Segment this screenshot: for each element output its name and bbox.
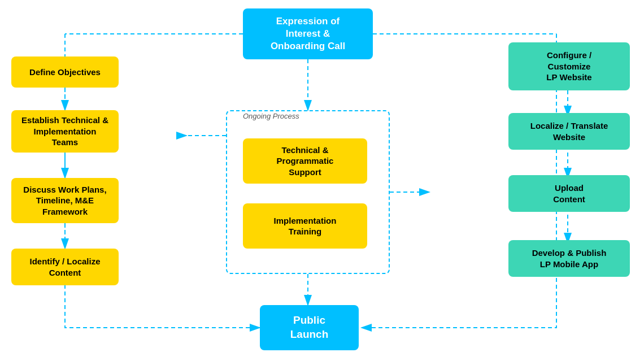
develop-node: Develop & PublishLP Mobile App bbox=[508, 240, 630, 277]
expression-node: Expression ofInterest &Onboarding Call bbox=[243, 8, 373, 59]
configure-node: Configure /CustomizeLP Website bbox=[508, 42, 630, 90]
technical-node: Technical &ProgrammaticSupport bbox=[243, 138, 367, 184]
implementation-node: ImplementationTraining bbox=[243, 203, 367, 249]
diagram: Ongoing Process Expression ofInterest &O… bbox=[0, 0, 644, 361]
discuss-node: Discuss Work Plans,Timeline, M&EFramewor… bbox=[11, 178, 119, 223]
ongoing-process-box bbox=[226, 110, 390, 274]
upload-node: UploadContent bbox=[508, 175, 630, 212]
localize-node: Localize / TranslateWebsite bbox=[508, 113, 630, 150]
public-launch-node: PublicLaunch bbox=[260, 305, 359, 350]
ongoing-process-label: Ongoing Process bbox=[243, 112, 299, 120]
define-node: Define Objectives bbox=[11, 56, 119, 88]
identify-node: Identify / LocalizeContent bbox=[11, 249, 119, 285]
establish-node: Establish Technical &ImplementationTeams bbox=[11, 110, 119, 153]
